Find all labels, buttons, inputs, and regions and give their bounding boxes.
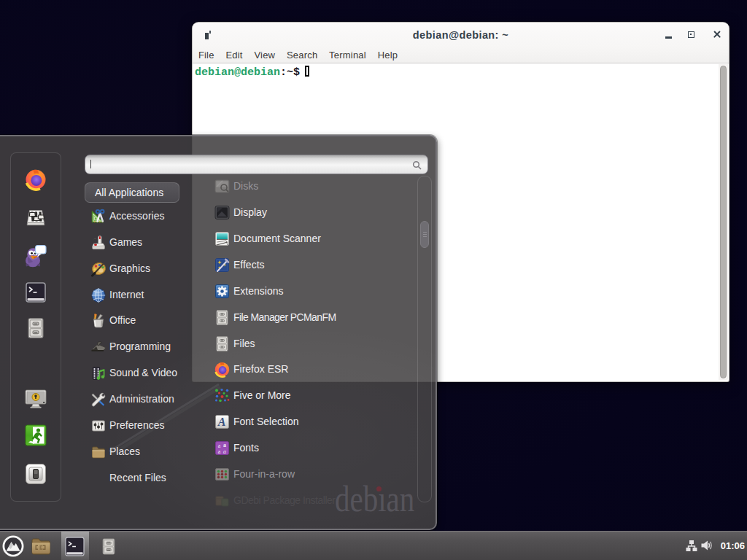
svg-text:a: a [218,448,221,455]
svg-text:a: a [223,448,226,455]
svg-text:A: A [217,416,226,428]
